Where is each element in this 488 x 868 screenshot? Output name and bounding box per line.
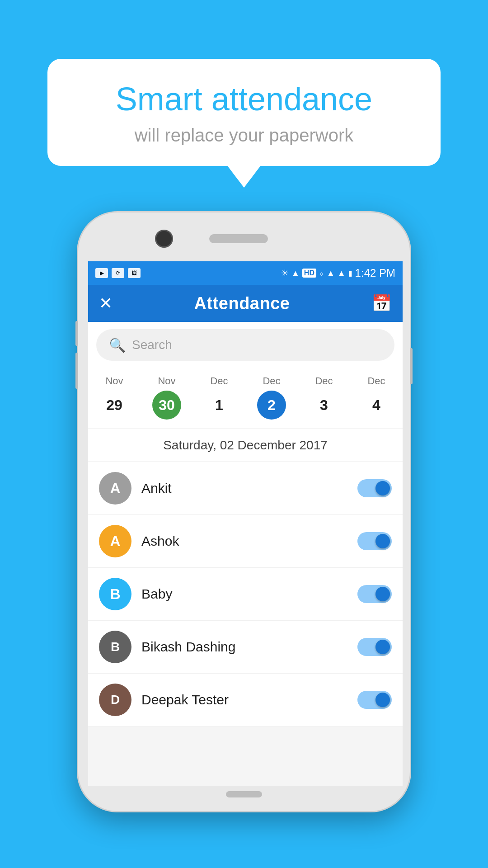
cal-month-4: Dec [315, 375, 333, 387]
toggle-bikash[interactable] [357, 638, 392, 656]
avatar-ankit: A [99, 472, 131, 505]
avatar-ashok: A [99, 525, 131, 557]
signal-icon: ▲ [291, 269, 300, 278]
avatar-baby: B [99, 578, 131, 610]
signal2-icon: ▲ [327, 269, 335, 278]
selected-date-label: Saturday, 02 December 2017 [88, 429, 403, 462]
battery-icon: ▮ [348, 269, 352, 278]
toggle-ankit[interactable] [357, 479, 392, 497]
status-time: 1:42 PM [355, 267, 395, 279]
bubble-title: Smart attendance [75, 81, 413, 117]
cal-month-5: Dec [367, 375, 385, 387]
calendar-strip: Nov29Nov30Dec1Dec2Dec3Dec4 [88, 368, 403, 429]
speech-bubble: Smart attendance will replace your paper… [47, 59, 441, 166]
student-item-deepak: DDeepak Tester [88, 674, 403, 726]
avatar-bikash: B [99, 631, 131, 663]
phone-camera [155, 230, 173, 248]
student-item-bikash: BBikash Dashing [88, 621, 403, 674]
cal-date-4[interactable]: 3 [310, 391, 338, 420]
status-icons-right: ✳ ▲ HD ⬦ ▲ ▲ ▮ 1:42 PM [281, 267, 395, 279]
student-item-ankit: AAnkit [88, 462, 403, 515]
signal3-icon: ▲ [338, 269, 346, 278]
hd-badge: HD [302, 269, 316, 278]
status-bar: ▶ ⟳ 🖼 ✳ ▲ HD ⬦ ▲ ▲ ▮ 1:42 PM [88, 261, 403, 285]
cal-day-2[interactable]: Dec2 [249, 375, 294, 420]
app-bar: ✕ Attendance 📅 [88, 285, 403, 322]
bubble-subtitle: will replace your paperwork [75, 125, 413, 146]
avatar-deepak: D [99, 684, 131, 716]
cal-date-2[interactable]: 1 [205, 391, 234, 420]
toggle-thumb-bikash [375, 640, 390, 654]
toggle-thumb-baby [375, 587, 390, 601]
toggle-thumb-deepak [375, 693, 390, 707]
student-name-ankit: Ankit [141, 481, 347, 496]
student-item-ashok: AAshok [88, 515, 403, 568]
close-button[interactable]: ✕ [99, 294, 113, 313]
student-name-baby: Baby [141, 586, 347, 602]
student-name-bikash: Bikash Dashing [141, 639, 347, 655]
search-input[interactable]: Search [132, 338, 172, 352]
student-name-deepak: Deepak Tester [141, 692, 347, 708]
status-icons-left: ▶ ⟳ 🖼 [95, 268, 141, 278]
phone-speaker [209, 234, 268, 243]
cal-date-0[interactable]: 29 [100, 391, 129, 420]
cal-day-1[interactable]: Dec1 [197, 375, 242, 420]
phone-screen: ▶ ⟳ 🖼 ✳ ▲ HD ⬦ ▲ ▲ ▮ 1:42 PM ✕ Att [88, 261, 403, 786]
cal-date-3[interactable]: 2 [257, 391, 286, 420]
bluetooth-icon: ✳ [281, 268, 289, 278]
students-list: AAnkitAAshokBBabyBBikash DashingDDeepak … [88, 462, 403, 726]
student-name-ashok: Ashok [141, 533, 347, 549]
app-bar-title: Attendance [194, 294, 290, 313]
student-item-baby: BBaby [88, 568, 403, 621]
phone-home-button [226, 791, 262, 797]
calendar-button[interactable]: 📅 [371, 294, 392, 313]
cal-day-29[interactable]: Nov29 [92, 375, 137, 420]
phone-power-button [410, 348, 413, 384]
search-bar[interactable]: 🔍 Search [96, 329, 394, 361]
phone-vol-up [75, 321, 78, 346]
toggle-track-ankit [357, 479, 392, 497]
search-container: 🔍 Search [88, 322, 403, 368]
toggle-thumb-ankit [375, 481, 390, 495]
toggle-track-deepak [357, 691, 392, 709]
cal-day-4[interactable]: Dec4 [354, 375, 399, 420]
toggle-track-baby [357, 585, 392, 603]
phone-body: ▶ ⟳ 🖼 ✳ ▲ HD ⬦ ▲ ▲ ▮ 1:42 PM ✕ Att [77, 211, 411, 812]
cal-month-3: Dec [263, 375, 280, 387]
cal-date-5[interactable]: 4 [362, 391, 391, 420]
phone-vol-down [75, 353, 78, 389]
status-icon-image: 🖼 [128, 268, 141, 278]
search-icon: 🔍 [109, 337, 126, 353]
cal-month-2: Dec [210, 375, 228, 387]
toggle-baby[interactable] [357, 585, 392, 603]
toggle-ashok[interactable] [357, 532, 392, 550]
toggle-thumb-ashok [375, 534, 390, 548]
cal-day-30[interactable]: Nov30 [144, 375, 189, 420]
toggle-deepak[interactable] [357, 691, 392, 709]
cal-date-1[interactable]: 30 [152, 391, 181, 420]
status-icon-youtube: ▶ [95, 268, 108, 278]
phone-mockup: ▶ ⟳ 🖼 ✳ ▲ HD ⬦ ▲ ▲ ▮ 1:42 PM ✕ Att [77, 211, 411, 812]
cal-day-3[interactable]: Dec3 [301, 375, 347, 420]
wifi-icon: ⬦ [319, 269, 324, 278]
toggle-track-ashok [357, 532, 392, 550]
cal-month-0: Nov [105, 375, 123, 387]
cal-month-1: Nov [158, 375, 175, 387]
status-icon-sync: ⟳ [112, 268, 124, 278]
toggle-track-bikash [357, 638, 392, 656]
